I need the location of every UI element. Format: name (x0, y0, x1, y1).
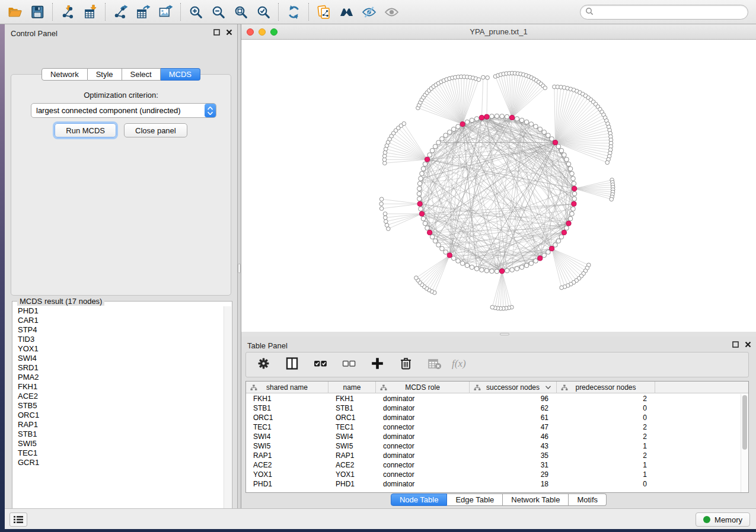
column-label: MCDS role (405, 383, 440, 392)
tab-network-table[interactable]: Network Table (503, 493, 569, 506)
column-header-predecessor-nodes[interactable]: predecessor nodes (557, 382, 655, 393)
svg-text:f(x): f(x) (452, 358, 466, 369)
mcds-result-item[interactable]: TEC1 (18, 448, 224, 458)
search-box[interactable] (580, 5, 748, 20)
tab-network[interactable]: Network (42, 68, 88, 81)
mcds-result-item[interactable]: PHD1 (18, 306, 224, 316)
table-body: FKH1FKH1dominator962STB1STB1dominator620… (246, 394, 741, 492)
zoom-fit-button[interactable] (231, 2, 251, 21)
table-row[interactable]: TEC1TEC1connector472 (246, 422, 741, 432)
table-row[interactable]: FKH1FKH1dominator962 (246, 394, 741, 403)
import-table-button[interactable] (80, 2, 100, 21)
table-scrollbar-thumb[interactable] (742, 395, 747, 450)
mcds-result-item[interactable]: TID3 (18, 335, 224, 344)
mcds-result-item[interactable]: SRD1 (18, 363, 224, 373)
show-columns-button[interactable] (283, 356, 301, 374)
add-column-button[interactable] (368, 356, 386, 374)
splitter-grip-h[interactable] (500, 333, 509, 335)
cell-successor-nodes: 43 (470, 441, 557, 451)
criterion-select[interactable]: largest connected component (undirected) (31, 103, 216, 118)
network-canvas[interactable] (241, 40, 756, 332)
mcds-result-item[interactable]: SWI4 (18, 354, 224, 363)
table-header-row: shared namenameMCDS rolesuccessor nodesp… (246, 382, 748, 393)
zoom-in-button[interactable] (186, 2, 206, 21)
horizontal-splitter[interactable] (241, 332, 756, 336)
tab-mcds[interactable]: MCDS (161, 68, 200, 81)
mcds-result-item[interactable]: STB5 (18, 401, 224, 411)
mcds-list-scrollbar[interactable] (224, 306, 231, 521)
delete-column-button[interactable] (397, 356, 414, 374)
mcds-result-item[interactable]: STB1 (18, 430, 224, 439)
tab-select[interactable]: Select (122, 68, 161, 81)
table-scrollbar[interactable] (741, 394, 748, 492)
cell-predecessor-nodes: 0 (557, 403, 655, 413)
apply-layout-button[interactable] (283, 2, 304, 21)
cell-successor-nodes: 96 (470, 394, 557, 403)
close-panel-button[interactable]: Close panel (124, 123, 187, 137)
mcds-result-list[interactable]: PHD1CAR1STP4TID3YOX1SWI4SRD1PMA2FKH1ACE2… (13, 306, 224, 521)
delete-column-icon (398, 356, 413, 373)
open-session-button[interactable] (5, 2, 25, 21)
table-row[interactable]: PHD1PHD1dominator180 (246, 479, 741, 489)
export-image-button[interactable] (155, 2, 176, 21)
mcds-result-item[interactable]: CAR1 (18, 316, 224, 325)
export-network-button[interactable] (110, 2, 130, 21)
first-neighbors-button[interactable] (336, 2, 356, 21)
unselect-all-columns-button[interactable] (340, 356, 358, 374)
mcds-result-item[interactable]: YOX1 (18, 344, 224, 354)
mcds-result-item[interactable]: RAP1 (18, 420, 224, 430)
column-header-shared-name[interactable]: shared name (246, 382, 328, 393)
cell-shared-name: PHD1 (246, 479, 328, 489)
float-panel-icon[interactable] (213, 29, 220, 36)
column-label: successor nodes (486, 383, 540, 392)
mcds-result-item[interactable]: ORC1 (18, 411, 224, 420)
mcds-result-item[interactable]: GCR1 (18, 458, 224, 467)
unselect-all-columns-icon (342, 356, 356, 373)
float-table-panel-icon[interactable] (732, 341, 739, 348)
table-row[interactable]: SWI4SWI4dominator462 (246, 432, 741, 441)
cell-name: SWI4 (328, 432, 376, 441)
delete-table-button (425, 356, 443, 374)
table-row[interactable]: YOX1YOX1connector291 (246, 470, 741, 479)
close-table-panel-icon[interactable] (745, 341, 751, 348)
cell-successor-nodes: 62 (470, 403, 557, 413)
mcds-result-item[interactable]: ACE2 (18, 392, 224, 401)
mcds-result-item[interactable]: FKH1 (18, 382, 224, 392)
search-input[interactable] (594, 8, 743, 17)
zoom-selected-button[interactable] (253, 2, 273, 21)
column-header-MCDS-role[interactable]: MCDS role (376, 382, 470, 393)
table-row[interactable]: ORC1ORC1dominator610 (246, 413, 741, 422)
mcds-result-item[interactable]: PMA2 (18, 373, 224, 382)
tab-edge-table[interactable]: Edge Table (447, 493, 503, 506)
run-mcds-button[interactable]: Run MCDS (55, 123, 116, 137)
tab-motifs[interactable]: Motifs (569, 493, 607, 506)
tab-style[interactable]: Style (88, 68, 122, 81)
zoom-out-button[interactable] (208, 2, 228, 21)
table-row[interactable]: STB1STB1dominator620 (246, 403, 741, 413)
vertical-splitter[interactable] (237, 24, 241, 508)
task-history-button[interactable] (9, 512, 27, 527)
cell-name: TEC1 (328, 422, 376, 432)
column-header-successor-nodes[interactable]: successor nodes (470, 382, 557, 393)
cell-MCDS-role: connector (376, 460, 470, 470)
new-network-from-selection-button[interactable] (314, 2, 334, 21)
hide-selected-button[interactable] (359, 2, 379, 21)
select-all-columns-button[interactable] (311, 356, 329, 374)
table-row[interactable]: RAP1RAP1dominator352 (246, 451, 741, 460)
save-session-button[interactable] (27, 2, 47, 21)
table-row[interactable]: SWI5SWI5connector431 (246, 441, 741, 451)
table-row[interactable]: ACE2ACE2connector311 (246, 460, 741, 470)
tab-node-table[interactable]: Node Table (391, 493, 448, 506)
export-table-button[interactable] (133, 2, 153, 21)
cell-name: STB1 (328, 403, 376, 413)
column-header-name[interactable]: name (328, 382, 376, 393)
import-network-button[interactable] (58, 2, 78, 21)
mcds-result-item[interactable]: SWI5 (18, 439, 224, 448)
memory-button[interactable]: Memory (696, 512, 750, 527)
mcds-result-item[interactable]: STP4 (18, 325, 224, 335)
table-panel-title: Table Panel (247, 341, 288, 350)
close-panel-icon[interactable] (226, 29, 232, 36)
node-table: shared namenameMCDS rolesuccessor nodesp… (245, 381, 749, 493)
splitter-grip[interactable] (238, 264, 241, 273)
column-settings-gear-button[interactable] (254, 356, 272, 374)
